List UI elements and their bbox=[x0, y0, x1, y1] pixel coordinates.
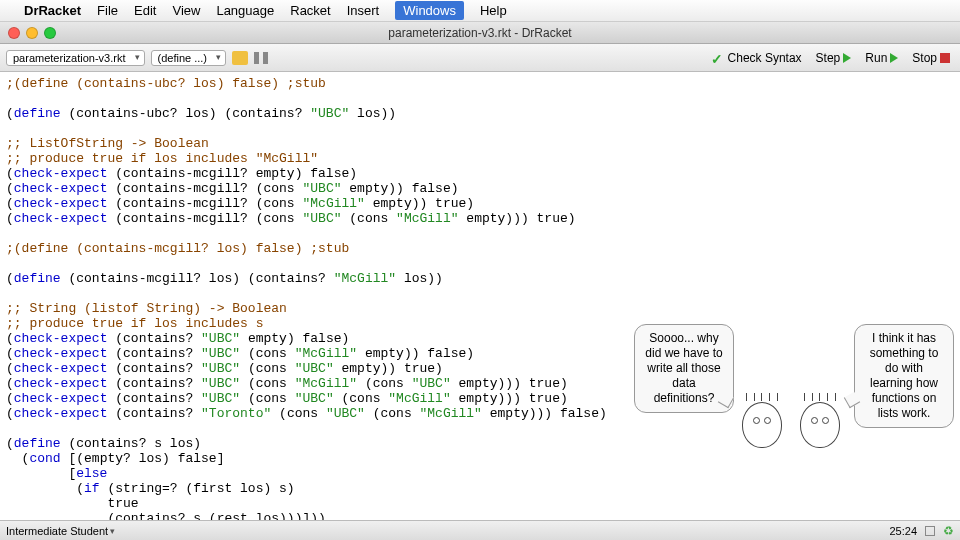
run-button[interactable]: Run bbox=[861, 49, 902, 67]
check-syntax-button[interactable]: Check Syntax bbox=[707, 49, 806, 67]
filename-dropdown[interactable]: parameterization-v3.rkt bbox=[6, 50, 145, 66]
language-selector[interactable]: Intermediate Student bbox=[6, 525, 115, 537]
step-label: Step bbox=[816, 51, 841, 65]
run-label: Run bbox=[865, 51, 887, 65]
menubar: DrRacket File Edit View Language Racket … bbox=[0, 0, 960, 22]
check-syntax-label: Check Syntax bbox=[728, 51, 802, 65]
check-icon bbox=[711, 51, 725, 65]
step-play-icon bbox=[843, 53, 851, 63]
run-play-icon bbox=[890, 53, 898, 63]
status-checkbox[interactable] bbox=[925, 526, 935, 536]
menu-insert[interactable]: Insert bbox=[347, 3, 380, 18]
zoom-icon[interactable] bbox=[44, 27, 56, 39]
step-forward-icon[interactable] bbox=[254, 52, 268, 64]
menu-racket[interactable]: Racket bbox=[290, 3, 330, 18]
menu-help[interactable]: Help bbox=[480, 3, 507, 18]
close-icon[interactable] bbox=[8, 27, 20, 39]
statusbar: Intermediate Student 25:24 ♻ bbox=[0, 520, 960, 540]
menu-app[interactable]: DrRacket bbox=[24, 3, 81, 18]
toolbar: parameterization-v3.rkt (define ...) Che… bbox=[0, 44, 960, 72]
menu-windows[interactable]: Windows bbox=[395, 1, 464, 20]
face-doodle-2 bbox=[800, 402, 840, 448]
menu-edit[interactable]: Edit bbox=[134, 3, 156, 18]
menu-file[interactable]: File bbox=[97, 3, 118, 18]
stop-square-icon bbox=[940, 53, 950, 63]
save-icon[interactable] bbox=[232, 51, 248, 65]
cursor-position: 25:24 bbox=[889, 525, 917, 537]
speech-bubble-2: I think it has something to do with lear… bbox=[854, 324, 954, 428]
stop-button[interactable]: Stop bbox=[908, 49, 954, 67]
define-dropdown[interactable]: (define ...) bbox=[151, 50, 227, 66]
code-editor[interactable]: ;(define (contains-ubc? los) false) ;stu… bbox=[0, 72, 960, 520]
step-button[interactable]: Step bbox=[812, 49, 856, 67]
menu-view[interactable]: View bbox=[172, 3, 200, 18]
gc-icon[interactable]: ♻ bbox=[943, 524, 954, 538]
stop-label: Stop bbox=[912, 51, 937, 65]
face-doodle-1 bbox=[742, 402, 782, 448]
window-title: parameterization-v3.rkt - DrRacket bbox=[388, 26, 571, 40]
titlebar: parameterization-v3.rkt - DrRacket bbox=[0, 22, 960, 44]
minimize-icon[interactable] bbox=[26, 27, 38, 39]
menu-language[interactable]: Language bbox=[216, 3, 274, 18]
